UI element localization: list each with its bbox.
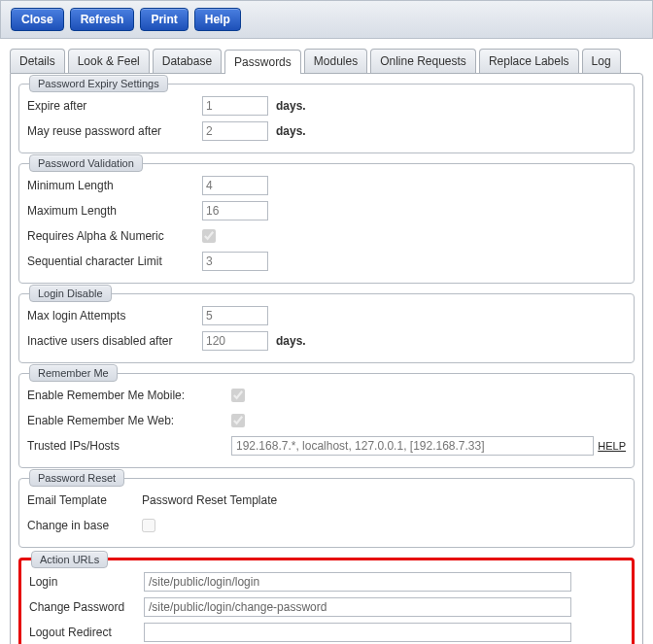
toolbar: Close Refresh Print Help bbox=[0, 0, 653, 39]
refresh-button[interactable]: Refresh bbox=[70, 8, 135, 31]
trusted-ips-input[interactable] bbox=[231, 436, 594, 456]
fieldset-title: Password Reset bbox=[29, 469, 124, 487]
tab-online-requests[interactable]: Online Requests bbox=[370, 49, 476, 73]
close-button[interactable]: Close bbox=[11, 8, 64, 31]
fieldset-title: Action URLs bbox=[31, 551, 108, 568]
change-pw-url-input[interactable] bbox=[144, 597, 571, 617]
seq-limit-input[interactable] bbox=[202, 252, 268, 271]
expire-after-label: Expire after bbox=[27, 99, 202, 113]
max-length-label: Maximum Length bbox=[27, 204, 202, 218]
row-remember-web: Enable Remember Me Web: bbox=[27, 409, 626, 432]
email-template-value: Password Reset Template bbox=[142, 493, 277, 507]
fieldset-title: Password Validation bbox=[29, 154, 143, 172]
logout-url-input[interactable] bbox=[144, 623, 571, 642]
row-trusted-ips: Trusted IPs/Hosts HELP bbox=[27, 434, 626, 458]
fieldset-remember-me: Remember Me Enable Remember Me Mobile: E… bbox=[18, 373, 635, 468]
fieldset-title: Login Disable bbox=[29, 285, 112, 302]
fieldset-title: Password Expiry Settings bbox=[29, 75, 168, 92]
inactive-input[interactable] bbox=[202, 331, 268, 351]
logout-url-label: Logout Redirect bbox=[29, 626, 144, 639]
max-attempts-label: Max login Attempts bbox=[27, 309, 202, 322]
min-length-label: Minimum Length bbox=[27, 179, 202, 192]
may-reuse-input[interactable] bbox=[202, 121, 268, 141]
row-login-url: Login bbox=[29, 570, 624, 593]
trusted-ips-help-link[interactable]: HELP bbox=[598, 440, 626, 452]
tab-look-feel[interactable]: Look & Feel bbox=[68, 49, 150, 73]
row-may-reuse: May reuse password after days. bbox=[27, 119, 626, 143]
login-url-input[interactable] bbox=[144, 572, 571, 592]
inactive-label: Inactive users disabled after bbox=[27, 334, 202, 348]
remember-web-label: Enable Remember Me Web: bbox=[27, 414, 231, 427]
email-template-label: Email Template bbox=[27, 493, 142, 507]
change-in-base-label: Change in base bbox=[27, 519, 142, 532]
row-logout-url: Logout Redirect bbox=[29, 621, 624, 644]
tab-replace-labels[interactable]: Replace Labels bbox=[479, 49, 579, 73]
change-in-base-checkbox[interactable] bbox=[142, 519, 155, 532]
help-button[interactable]: Help bbox=[194, 8, 241, 31]
row-max-length: Maximum Length bbox=[27, 199, 626, 222]
may-reuse-unit: days. bbox=[276, 124, 306, 138]
print-button[interactable]: Print bbox=[140, 8, 188, 31]
row-requires-alnum: Requires Alpha & Numeric bbox=[27, 224, 626, 248]
seq-limit-label: Sequential character Limit bbox=[27, 254, 202, 268]
tab-bar: Details Look & Feel Database Passwords M… bbox=[0, 39, 653, 73]
fieldset-login-disable: Login Disable Max login Attempts Inactiv… bbox=[18, 293, 635, 363]
remember-mobile-checkbox[interactable] bbox=[231, 389, 245, 402]
row-change-in-base: Change in base bbox=[27, 514, 626, 537]
fieldset-password-expiry: Password Expiry Settings Expire after da… bbox=[18, 84, 635, 153]
expire-after-input[interactable] bbox=[202, 96, 268, 116]
min-length-input[interactable] bbox=[202, 176, 268, 195]
tab-details[interactable]: Details bbox=[10, 49, 65, 73]
remember-mobile-label: Enable Remember Me Mobile: bbox=[27, 389, 231, 402]
requires-alnum-label: Requires Alpha & Numeric bbox=[27, 229, 202, 243]
row-seq-limit: Sequential character Limit bbox=[27, 250, 626, 273]
row-expire-after: Expire after days. bbox=[27, 94, 626, 118]
row-min-length: Minimum Length bbox=[27, 174, 626, 197]
tab-modules[interactable]: Modules bbox=[304, 49, 367, 73]
requires-alnum-checkbox[interactable] bbox=[202, 229, 216, 243]
login-url-label: Login bbox=[29, 575, 144, 589]
panel-body: Password Expiry Settings Expire after da… bbox=[10, 73, 643, 644]
expire-after-unit: days. bbox=[276, 99, 306, 113]
change-pw-url-label: Change Password bbox=[29, 600, 144, 614]
row-inactive: Inactive users disabled after days. bbox=[27, 329, 626, 353]
row-change-pw-url: Change Password bbox=[29, 595, 624, 619]
may-reuse-label: May reuse password after bbox=[27, 124, 202, 138]
inactive-unit: days. bbox=[276, 334, 306, 348]
tab-database[interactable]: Database bbox=[153, 49, 222, 73]
fieldset-password-validation: Password Validation Minimum Length Maxim… bbox=[18, 163, 635, 284]
fieldset-action-urls: Action URLs Login Change Password Logout… bbox=[18, 558, 635, 644]
remember-web-checkbox[interactable] bbox=[231, 414, 245, 427]
row-max-attempts: Max login Attempts bbox=[27, 304, 626, 327]
row-email-template: Email Template Password Reset Template bbox=[27, 489, 626, 512]
max-length-input[interactable] bbox=[202, 201, 268, 220]
trusted-ips-label: Trusted IPs/Hosts bbox=[27, 439, 231, 453]
max-attempts-input[interactable] bbox=[202, 306, 268, 325]
tab-log[interactable]: Log bbox=[582, 49, 621, 73]
fieldset-password-reset: Password Reset Email Template Password R… bbox=[18, 478, 635, 548]
tab-passwords[interactable]: Passwords bbox=[224, 50, 301, 74]
fieldset-title: Remember Me bbox=[29, 364, 118, 382]
row-remember-mobile: Enable Remember Me Mobile: bbox=[27, 384, 626, 407]
